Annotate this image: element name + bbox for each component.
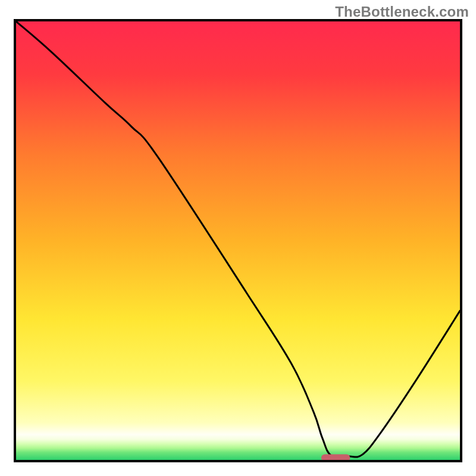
svg-rect-0 — [16, 21, 460, 460]
watermark-text: TheBottleneck.com — [335, 4, 469, 20]
plot-area — [14, 19, 462, 462]
chart-frame: TheBottleneck.com — [0, 0, 476, 476]
background-gradient-layer — [16, 21, 460, 460]
